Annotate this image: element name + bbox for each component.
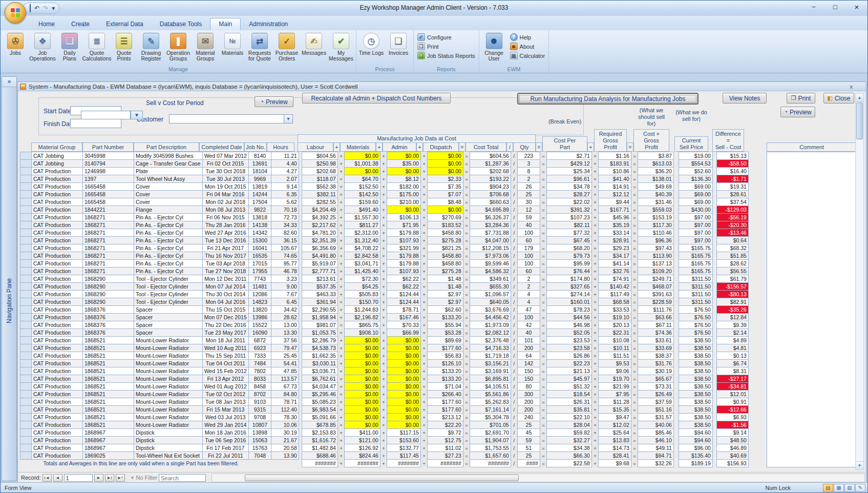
cell-material_group[interactable]: CAT Production [32,175,83,183]
first-record-button[interactable]: I◄ [43,474,52,482]
cell-cost_per_part[interactable]: $35.81 [546,406,591,414]
row-selector[interactable] [20,268,32,275]
cell-part_number[interactable]: 1868290 [83,298,134,306]
cell-part_number[interactable]: 1868967 [83,429,134,437]
cell-difference[interactable]: $2.14 [716,329,748,337]
cell-labour[interactable]: $5,085.23 [302,398,337,406]
cell-labour[interactable]: $1,616.72 [302,437,337,444]
cell-cost_plus_gross_profit[interactable]: $49.69 [638,183,673,191]
cell-admin[interactable]: $179.88 [387,229,420,237]
cell-difference[interactable]: -$156.57 [716,283,748,291]
form-view-button[interactable]: ▤ [823,484,833,492]
cell-materials[interactable]: $0.00 [344,406,380,414]
cell-current_sell_price[interactable]: $38.50 [679,352,712,360]
quote-prints-button[interactable]: ☰Quote Prints [111,32,137,66]
cell-admin[interactable]: $0.00 [387,152,420,160]
row-selector[interactable] [20,221,32,229]
cell-job_no[interactable]: 9822 [248,206,271,214]
drawing-register-button[interactable]: ✎Drawing Register [138,32,164,66]
cell-part_description[interactable]: Tool - Ejector Cylinder [134,283,203,291]
messages-button[interactable]: ✍Messages [301,32,327,66]
cell-labour[interactable]: $6,356.69 [302,244,337,252]
cell-current_sell_price[interactable]: $52.60 [679,168,712,175]
cell-part_description[interactable]: Dipstick [134,444,203,452]
cell-part_description[interactable]: Mount-Lower Radiator [134,421,203,429]
cell-admin[interactable]: $182.00 [387,183,420,191]
cell-dispatch[interactable]: $89.69 [427,337,463,344]
cell-cost_per_part[interactable]: $22.02 [546,198,591,206]
cell-cost_per_part[interactable]: $34.38 [546,444,591,452]
cell-materials[interactable]: $4,708.22 [344,244,380,252]
cell-part_number[interactable]: 1868271 [83,214,134,221]
cell-required_gross_profit[interactable]: $167.71 [598,206,631,214]
row-selector[interactable] [20,237,32,244]
cell-cost_plus_gross_profit[interactable]: $110.46 [638,229,673,237]
cell-part_description[interactable]: Mount-Lower Radiator [134,375,203,383]
row-selector[interactable] [20,260,32,268]
cell-hours[interactable]: 9.14 [271,183,299,191]
cell-required_gross_profit[interactable]: $1.16 [598,152,631,160]
cell-hours[interactable]: 3.23 [271,275,299,283]
cell-job_no[interactable]: 7484 [248,360,271,367]
cell-required_gross_profit[interactable]: $19.70 [598,375,631,383]
cell-difference[interactable]: $15.13 [716,152,748,160]
cell-admin[interactable]: $66.99 [387,329,420,337]
row-selector[interactable] [20,198,32,206]
cell-dispatch[interactable]: $133.20 [427,314,463,321]
cell-hours[interactable]: 4.27 [271,168,299,175]
cell-current_sell_price[interactable]: $165.75 [679,244,712,252]
cell-part_number[interactable]: 1868521 [83,398,134,406]
cell-admin[interactable]: $117.45 [387,452,420,460]
cell-labour[interactable]: $1,958.94 [302,314,337,321]
cell-materials[interactable]: $811.27 [344,221,380,229]
cell-materials[interactable]: $0.00 [344,337,380,344]
cell-part_number[interactable]: 1868271 [83,244,134,252]
cell-labour[interactable]: $3,036.71 [302,367,337,375]
cell-part_description[interactable]: Mount-Lower Radiator [134,344,203,352]
cell-completed_date[interactable]: Fri 04 Mar 2016 [202,191,248,198]
cell-materials[interactable]: $1,001.38 [344,160,380,168]
cell-current_sell_price[interactable]: $38.50 [679,421,712,429]
cell-labour[interactable]: $1,482.84 [302,444,337,452]
cell-part_description[interactable]: Modify 3045998 Bushes [134,152,203,160]
cell-cost_plus_gross_profit[interactable]: $153.19 [638,214,673,221]
cell-job_no[interactable]: 11481 [248,283,271,291]
cell-materials[interactable]: $142.50 [344,191,380,198]
cell-admin[interactable]: $107.93 [387,268,420,275]
purchase-orders-button[interactable]: ✓Purchase Orders [273,32,300,66]
cell-admin[interactable]: $0.00 [387,391,420,398]
cell-job_no[interactable]: 14342 [248,229,271,237]
cell-completed_date[interactable]: Thu 22 Dec 2016 [202,321,248,329]
cell-part_description[interactable]: Pin As. - Ejector Cyl [134,237,203,244]
cell-required_gross_profit[interactable]: $33.53 [598,306,631,314]
cell-dispatch[interactable]: $2.33 [427,175,463,183]
cell-cost_per_part[interactable]: $28.27 [546,191,591,198]
cell-material_group[interactable]: CAT Production [32,191,83,198]
cell-current_sell_price[interactable]: $76.50 [679,321,712,329]
cell-material_group[interactable]: CAT Production [32,214,83,221]
cell-hours[interactable]: 30.19 [271,429,299,437]
cell-cost_plus_gross_profit[interactable]: $31.46 [638,198,673,206]
cell-cost_per_part[interactable]: $28.04 [546,421,591,429]
cell-qty[interactable]: 8 [517,168,540,175]
row-selector[interactable] [20,306,32,314]
cell-completed_date[interactable]: Tue 06 Sep 2016 [202,437,248,444]
cell-required_gross_profit[interactable]: $140.42 [598,283,631,291]
cell-current_sell_price[interactable]: $38.50 [679,414,712,421]
cell-current_sell_price[interactable]: $76.50 [679,329,712,337]
cell-qty[interactable]: 47 [517,306,540,314]
cell-dispatch[interactable]: $821.25 [427,244,463,252]
cell-dispatch[interactable]: $0.00 [427,152,463,160]
cell-part_number[interactable]: 1868521 [83,421,134,429]
cell-dispatch[interactable]: $53.28 [427,329,463,337]
cell-completed_date[interactable]: Thu 30 Oct 2014 [202,291,248,298]
cell-job_no[interactable]: 13898 [248,429,271,437]
cell-job_no[interactable]: 16041 [248,244,271,252]
cell-dispatch[interactable]: $12.75 [427,437,463,444]
row-selector[interactable] [20,321,32,329]
cell-difference[interactable]: $40.69 [716,452,748,460]
cell-part_description[interactable]: Tool - Ejector Cylinder [134,291,203,298]
cell-admin[interactable]: $0.00 [387,360,420,367]
cell-material_group[interactable]: CAT Production [32,383,83,391]
cell-part_description[interactable]: Mount-Lower Radiator [134,367,203,375]
